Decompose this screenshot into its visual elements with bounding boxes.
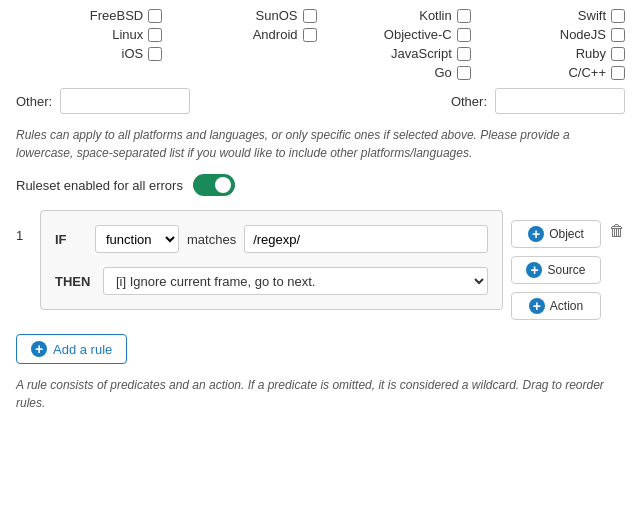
if-label: IF	[55, 232, 87, 247]
platform-item-empty-r4c2	[170, 65, 316, 80]
other-left-label: Other:	[16, 94, 52, 109]
platform-item-ruby: Ruby	[479, 46, 625, 61]
object-plus-icon: +	[528, 226, 544, 242]
platform-label-javascript: JavaScript	[391, 46, 452, 61]
platform-item-android: Android	[170, 27, 316, 42]
add-rule-label: Add a rule	[53, 342, 112, 357]
add-rule-button[interactable]: + Add a rule	[16, 334, 127, 364]
platform-item-objc: Objective-C	[325, 27, 471, 42]
platform-label-ruby: Ruby	[576, 46, 606, 61]
platform-checkbox-sunos[interactable]	[303, 9, 317, 23]
platform-checkbox-freebsd[interactable]	[148, 9, 162, 23]
add-rule-plus-icon: +	[31, 341, 47, 357]
rule-box: IF function module package file matches …	[40, 210, 503, 310]
platform-item-ios: iOS	[16, 46, 162, 61]
platform-label-freebsd: FreeBSD	[90, 8, 143, 23]
platform-item-linux: Linux	[16, 27, 162, 42]
platform-checkbox-android[interactable]	[303, 28, 317, 42]
rule-if-row: IF function module package file matches	[55, 225, 488, 253]
platform-checkbox-go[interactable]	[457, 66, 471, 80]
platform-label-swift: Swift	[578, 8, 606, 23]
ruleset-toggle[interactable]	[193, 174, 235, 196]
rule-actions: + Object + Source + Action	[511, 210, 601, 320]
platform-item-sunos: SunOS	[170, 8, 316, 23]
platform-checkbox-linux[interactable]	[148, 28, 162, 42]
platform-checkbox-kotlin[interactable]	[457, 9, 471, 23]
matches-text: matches	[187, 232, 236, 247]
platform-item-go: Go	[325, 65, 471, 80]
delete-icon: 🗑	[609, 222, 625, 239]
source-label: Source	[547, 263, 585, 277]
source-button[interactable]: + Source	[511, 256, 601, 284]
action-plus-icon: +	[529, 298, 545, 314]
platform-label-android: Android	[253, 27, 298, 42]
other-left-row: Other:	[16, 88, 190, 114]
other-right-input[interactable]	[495, 88, 625, 114]
footer-text: A rule consists of predicates and an act…	[16, 376, 625, 412]
platform-checkbox-cpp[interactable]	[611, 66, 625, 80]
object-label: Object	[549, 227, 584, 241]
condition-select[interactable]: function module package file	[95, 225, 179, 253]
object-button[interactable]: + Object	[511, 220, 601, 248]
platform-label-sunos: SunOS	[256, 8, 298, 23]
platform-item-freebsd: FreeBSD	[16, 8, 162, 23]
other-right-label: Other:	[451, 94, 487, 109]
platform-checkbox-swift[interactable]	[611, 9, 625, 23]
platform-checkbox-ios[interactable]	[148, 47, 162, 61]
rule-container: 1 IF function module package file matche…	[16, 210, 625, 320]
platform-item-empty-r3c2	[170, 46, 316, 61]
platform-item-swift: Swift	[479, 8, 625, 23]
ruleset-row: Ruleset enabled for all errors	[16, 174, 625, 196]
other-right-row: Other:	[451, 88, 625, 114]
other-left-input[interactable]	[60, 88, 190, 114]
rule-then-row: THEN [i] Ignore current frame, go to nex…	[55, 267, 488, 295]
platform-checkbox-objc[interactable]	[457, 28, 471, 42]
delete-rule-button[interactable]: 🗑	[609, 210, 625, 240]
platform-checkbox-nodejs[interactable]	[611, 28, 625, 42]
action-label: Action	[550, 299, 583, 313]
source-plus-icon: +	[526, 262, 542, 278]
platform-item-cpp: C/C++	[479, 65, 625, 80]
platform-item-empty-r4c1	[16, 65, 162, 80]
info-text: Rules can apply to all platforms and lan…	[16, 126, 625, 162]
platform-label-ios: iOS	[122, 46, 144, 61]
platform-label-go: Go	[434, 65, 451, 80]
action-select[interactable]: [i] Ignore current frame, go to next. [s…	[103, 267, 488, 295]
platform-grid: FreeBSD SunOS Kotlin Swift Linux Android…	[16, 8, 625, 80]
platform-label-linux: Linux	[112, 27, 143, 42]
platform-item-javascript: JavaScript	[325, 46, 471, 61]
platform-label-cpp: C/C++	[568, 65, 606, 80]
platform-item-nodejs: NodeJS	[479, 27, 625, 42]
platform-label-nodejs: NodeJS	[560, 27, 606, 42]
action-button[interactable]: + Action	[511, 292, 601, 320]
platform-item-kotlin: Kotlin	[325, 8, 471, 23]
platform-checkbox-javascript[interactable]	[457, 47, 471, 61]
platform-label-objc: Objective-C	[384, 27, 452, 42]
rule-number: 1	[16, 210, 32, 243]
toggle-slider	[193, 174, 235, 196]
ruleset-label: Ruleset enabled for all errors	[16, 178, 183, 193]
regexp-input[interactable]	[244, 225, 488, 253]
platform-checkbox-ruby[interactable]	[611, 47, 625, 61]
then-label: THEN	[55, 274, 95, 289]
platform-label-kotlin: Kotlin	[419, 8, 452, 23]
